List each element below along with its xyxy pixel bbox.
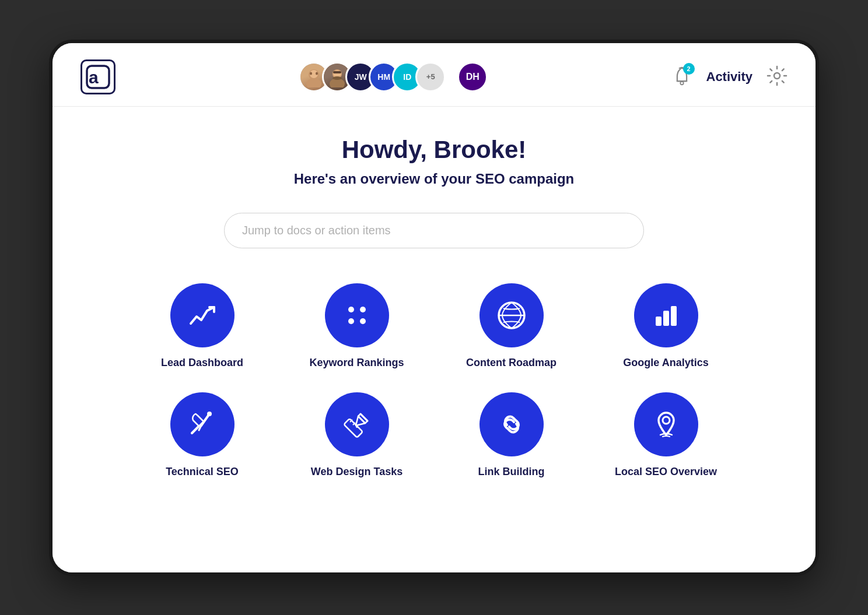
wordpress-icon [496, 300, 527, 331]
main-content: Howdy, Brooke! Here's an overview of you… [52, 107, 816, 572]
avatar-plus-text: +5 [426, 72, 435, 81]
avatar-hm-text: HM [377, 72, 390, 82]
notification-button[interactable]: 2 [671, 65, 692, 88]
wrench-screwdriver-icon [187, 409, 218, 440]
svg-point-11 [332, 76, 342, 80]
svg-rect-27 [344, 419, 363, 438]
link-building-label: Link Building [478, 466, 545, 478]
gear-icon [766, 65, 788, 86]
svg-rect-10 [333, 71, 341, 73]
header: a [52, 43, 816, 106]
chart-line-icon [187, 300, 218, 331]
logo-icon: a [86, 65, 110, 89]
svg-point-15 [360, 307, 366, 312]
icon-grid: Lead Dashboard Keyword Rankings [142, 283, 726, 478]
google-analytics-label: Google Analytics [623, 357, 708, 369]
local-seo-icon-circle [634, 392, 698, 456]
content-roadmap-icon-circle [480, 283, 544, 347]
settings-button[interactable] [766, 65, 788, 88]
avatar-group: JW HM ID +5 DH [299, 62, 488, 92]
subtitle-text: Here's an overview of your SEO campaign [294, 171, 575, 187]
svg-point-13 [774, 73, 780, 79]
svg-point-6 [316, 72, 318, 75]
svg-point-25 [207, 412, 212, 416]
svg-rect-19 [656, 317, 662, 326]
keyword-rankings-icon-circle [325, 283, 389, 347]
avatar-plus[interactable]: +5 [415, 62, 446, 92]
svg-rect-21 [671, 306, 677, 326]
svg-line-22 [192, 426, 199, 433]
face-svg [303, 66, 324, 87]
avatar-jw-text: JW [355, 72, 367, 82]
avatar-stack: JW HM ID +5 [299, 62, 446, 92]
svg-text:a: a [89, 68, 99, 87]
avatar-current-user[interactable]: DH [457, 62, 488, 92]
notification-badge: 2 [683, 63, 695, 75]
web-design-tasks-label: Web Design Tasks [311, 466, 402, 478]
grid-dots-icon [342, 300, 372, 331]
svg-point-17 [360, 318, 366, 324]
local-seo-overview-item[interactable]: Local SEO Overview [606, 392, 726, 478]
local-seo-overview-label: Local SEO Overview [615, 466, 717, 478]
svg-point-5 [310, 72, 312, 75]
google-analytics-item[interactable]: Google Analytics [606, 283, 726, 369]
content-roadmap-item[interactable]: Content Roadmap [452, 283, 571, 369]
svg-point-32 [663, 417, 670, 424]
activity-label: Activity [706, 69, 752, 85]
bar-chart-icon [651, 300, 681, 331]
svg-point-12 [680, 82, 683, 85]
device-frame: a [49, 40, 819, 576]
link-building-icon-circle [480, 392, 544, 456]
technical-seo-label: Technical SEO [166, 466, 239, 478]
google-analytics-icon-circle [634, 283, 698, 347]
technical-seo-item[interactable]: Technical SEO [142, 392, 262, 478]
svg-point-16 [348, 318, 354, 324]
lead-dashboard-label: Lead Dashboard [161, 357, 243, 369]
lead-dashboard-icon-circle [170, 283, 235, 347]
svg-point-31 [356, 426, 358, 428]
face-svg2 [327, 66, 348, 87]
app-container: a [52, 43, 816, 572]
technical-seo-icon-circle [170, 392, 235, 456]
lead-dashboard-item[interactable]: Lead Dashboard [142, 283, 262, 369]
keyword-rankings-item[interactable]: Keyword Rankings [297, 283, 416, 369]
svg-rect-20 [663, 311, 669, 326]
location-pin-icon [651, 409, 681, 440]
link-icon [496, 409, 527, 440]
avatar-id-text: ID [403, 72, 411, 82]
keyword-rankings-label: Keyword Rankings [309, 357, 404, 369]
content-roadmap-label: Content Roadmap [466, 357, 556, 369]
web-design-tasks-icon-circle [325, 392, 389, 456]
avatar-dh-text: DH [466, 72, 480, 82]
ruler-pencil-icon [342, 409, 372, 440]
header-right: 2 Activity [671, 65, 788, 88]
svg-point-14 [348, 307, 354, 312]
app-logo[interactable]: a [80, 59, 116, 94]
web-design-tasks-item[interactable]: Web Design Tasks [297, 392, 416, 478]
search-input[interactable] [224, 213, 644, 248]
link-building-item[interactable]: Link Building [452, 392, 571, 478]
greeting-heading: Howdy, Brooke! [342, 136, 527, 164]
svg-point-3 [306, 78, 321, 87]
